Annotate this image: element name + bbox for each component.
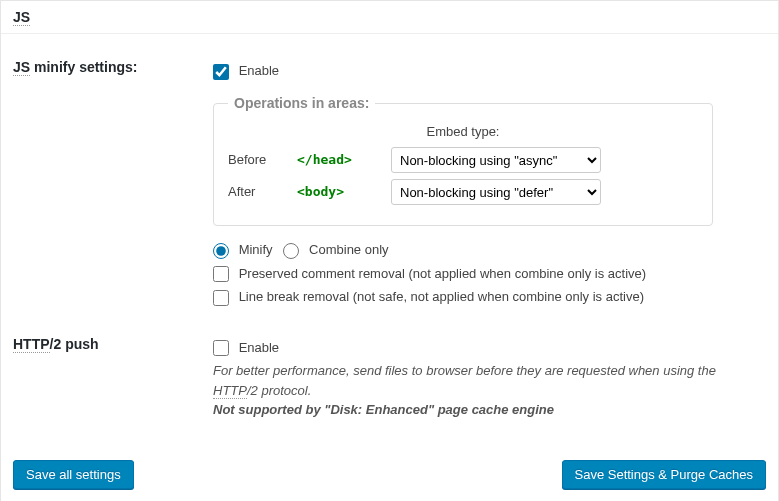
enable-js-minify-label: Enable [213, 63, 279, 78]
combine-radio-label: Combine only [283, 242, 388, 257]
ops-after-label: After [228, 182, 283, 202]
line-break-checkbox[interactable] [213, 290, 229, 306]
operations-legend: Operations in areas: [228, 93, 375, 114]
enable-js-minify-checkbox[interactable] [213, 64, 229, 80]
ops-before-label: Before [228, 150, 283, 170]
panel-title: JS [13, 9, 30, 26]
combine-only-radio[interactable] [283, 243, 299, 259]
button-row: Save all settings Save Settings & Purge … [1, 450, 778, 502]
body-open-tag-icon: <body> [297, 182, 377, 202]
http2-push-label: HTTP/2 push [13, 326, 213, 435]
panel-header: JS [1, 1, 778, 34]
embed-after-body-select[interactable]: Non-blocking using "defer" [391, 179, 601, 205]
minify-radio[interactable] [213, 243, 229, 259]
operations-fieldset: Operations in areas: Embed type: Before … [213, 93, 713, 227]
http2-warning: Not supported by "Disk: Enhanced" page c… [213, 402, 554, 417]
embed-before-head-select[interactable]: Non-blocking using "async" [391, 147, 601, 173]
panel-body: JS minify settings: Enable Operations in… [1, 34, 778, 450]
line-break-label: Line break removal (not safe, not applie… [213, 289, 644, 304]
settings-panel: JS JS minify settings: Enable [0, 0, 779, 501]
enable-http2-checkbox[interactable] [213, 340, 229, 356]
embed-type-header: Embed type: [228, 122, 698, 142]
save-purge-button[interactable]: Save Settings & Purge Caches [562, 460, 767, 489]
minify-radio-label: Minify [213, 242, 276, 257]
http2-description: For better performance, send files to br… [213, 361, 756, 420]
head-close-tag-icon: </head> [297, 150, 377, 170]
js-minify-label: JS minify settings: [13, 49, 213, 326]
save-all-button[interactable]: Save all settings [13, 460, 134, 489]
ops-row-before: Before </head> Non-blocking using "async… [228, 147, 698, 173]
enable-http2-label: Enable [213, 340, 279, 355]
preserved-comment-label: Preserved comment removal (not applied w… [213, 266, 646, 281]
ops-row-after: After <body> Non-blocking using "defer" [228, 179, 698, 205]
preserved-comment-checkbox[interactable] [213, 266, 229, 282]
